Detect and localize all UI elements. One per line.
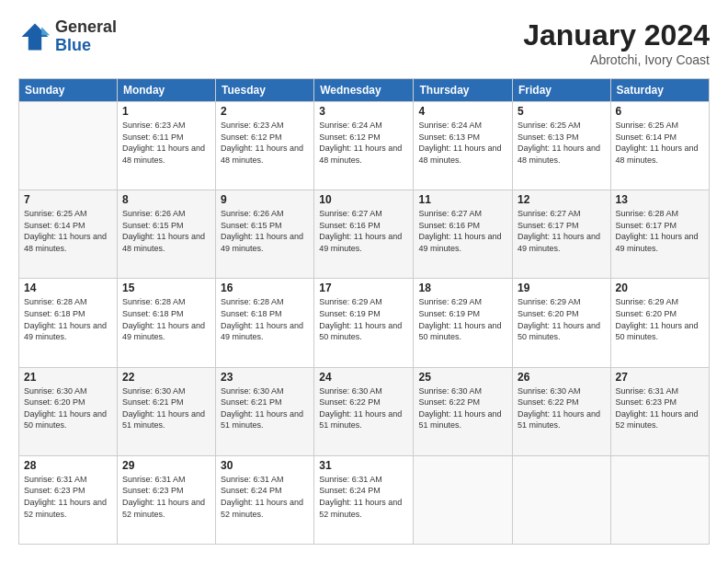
calendar-cell: 18Sunrise: 6:29 AMSunset: 6:19 PMDayligh… [414, 279, 513, 367]
logo-general-label: General [55, 18, 117, 37]
day-info: Sunrise: 6:29 AMSunset: 6:20 PMDaylight:… [518, 296, 606, 342]
subtitle: Abrotchi, Ivory Coast [523, 52, 710, 67]
col-header-tuesday: Tuesday [216, 79, 314, 102]
day-info: Sunrise: 6:30 AMSunset: 6:21 PMDaylight:… [221, 385, 309, 431]
day-info: Sunrise: 6:28 AMSunset: 6:18 PMDaylight:… [122, 296, 210, 342]
col-header-saturday: Saturday [610, 79, 709, 102]
calendar-cell: 7Sunrise: 6:25 AMSunset: 6:14 PMDaylight… [19, 190, 118, 279]
day-number: 6 [616, 105, 704, 118]
calendar-cell: 15Sunrise: 6:28 AMSunset: 6:18 PMDayligh… [117, 279, 215, 367]
calendar-cell: 17Sunrise: 6:29 AMSunset: 6:19 PMDayligh… [314, 279, 414, 367]
day-number: 29 [122, 459, 210, 472]
day-info: Sunrise: 6:30 AMSunset: 6:20 PMDaylight:… [24, 385, 112, 431]
day-number: 1 [122, 105, 210, 118]
col-header-monday: Monday [117, 79, 215, 102]
calendar-cell: 12Sunrise: 6:27 AMSunset: 6:17 PMDayligh… [513, 190, 611, 279]
day-info: Sunrise: 6:26 AMSunset: 6:15 PMDaylight:… [122, 208, 210, 254]
calendar-cell [513, 455, 611, 544]
svg-marker-1 [41, 27, 50, 35]
day-info: Sunrise: 6:27 AMSunset: 6:16 PMDaylight:… [418, 208, 507, 254]
day-info: Sunrise: 6:27 AMSunset: 6:16 PMDaylight:… [319, 208, 408, 254]
calendar-cell: 19Sunrise: 6:29 AMSunset: 6:20 PMDayligh… [513, 279, 611, 367]
calendar-cell: 14Sunrise: 6:28 AMSunset: 6:18 PMDayligh… [19, 279, 118, 367]
day-info: Sunrise: 6:25 AMSunset: 6:14 PMDaylight:… [616, 120, 704, 166]
day-number: 15 [122, 282, 210, 294]
calendar-cell: 27Sunrise: 6:31 AMSunset: 6:23 PMDayligh… [610, 367, 709, 455]
calendar-cell: 9Sunrise: 6:26 AMSunset: 6:15 PMDaylight… [216, 190, 314, 279]
calendar-header-row: SundayMondayTuesdayWednesdayThursdayFrid… [19, 79, 710, 102]
day-info: Sunrise: 6:29 AMSunset: 6:19 PMDaylight:… [418, 296, 507, 342]
calendar-cell: 31Sunrise: 6:31 AMSunset: 6:24 PMDayligh… [314, 455, 414, 544]
calendar-cell: 10Sunrise: 6:27 AMSunset: 6:16 PMDayligh… [314, 190, 414, 279]
day-number: 4 [418, 105, 507, 118]
day-number: 12 [518, 193, 606, 206]
calendar-cell: 8Sunrise: 6:26 AMSunset: 6:15 PMDaylight… [117, 190, 215, 279]
logo-text: General Blue [55, 18, 117, 55]
logo: General Blue [18, 18, 117, 55]
day-info: Sunrise: 6:28 AMSunset: 6:18 PMDaylight:… [221, 296, 309, 342]
day-number: 23 [221, 371, 309, 384]
day-number: 27 [616, 371, 704, 384]
col-header-friday: Friday [513, 79, 611, 102]
main-title: January 2024 [523, 18, 710, 52]
calendar-cell: 30Sunrise: 6:31 AMSunset: 6:24 PMDayligh… [216, 455, 314, 544]
svg-marker-0 [22, 23, 49, 50]
col-header-wednesday: Wednesday [314, 79, 414, 102]
logo-icon [18, 20, 51, 53]
day-number: 11 [418, 193, 507, 206]
calendar-cell: 23Sunrise: 6:30 AMSunset: 6:21 PMDayligh… [216, 367, 314, 455]
day-info: Sunrise: 6:24 AMSunset: 6:12 PMDaylight:… [319, 120, 408, 166]
calendar-cell: 1Sunrise: 6:23 AMSunset: 6:11 PMDaylight… [117, 102, 215, 190]
calendar-row-3: 21Sunrise: 6:30 AMSunset: 6:20 PMDayligh… [19, 367, 710, 455]
calendar-row-4: 28Sunrise: 6:31 AMSunset: 6:23 PMDayligh… [19, 455, 710, 544]
header: General Blue January 2024 Abrotchi, Ivor… [18, 18, 710, 67]
day-number: 25 [418, 371, 507, 384]
day-info: Sunrise: 6:26 AMSunset: 6:15 PMDaylight:… [221, 208, 309, 254]
day-info: Sunrise: 6:27 AMSunset: 6:17 PMDaylight:… [518, 208, 606, 254]
day-info: Sunrise: 6:31 AMSunset: 6:24 PMDaylight:… [221, 474, 309, 520]
calendar-cell: 5Sunrise: 6:25 AMSunset: 6:13 PMDaylight… [513, 102, 611, 190]
day-number: 9 [221, 193, 309, 206]
day-info: Sunrise: 6:23 AMSunset: 6:12 PMDaylight:… [221, 120, 309, 166]
day-number: 16 [221, 282, 309, 294]
calendar-cell: 6Sunrise: 6:25 AMSunset: 6:14 PMDaylight… [610, 102, 709, 190]
day-number: 26 [518, 371, 606, 384]
calendar-cell: 21Sunrise: 6:30 AMSunset: 6:20 PMDayligh… [19, 367, 118, 455]
day-info: Sunrise: 6:31 AMSunset: 6:24 PMDaylight:… [319, 474, 408, 520]
title-block: January 2024 Abrotchi, Ivory Coast [523, 18, 710, 67]
day-number: 19 [518, 282, 606, 294]
day-number: 7 [24, 193, 112, 206]
day-info: Sunrise: 6:25 AMSunset: 6:13 PMDaylight:… [518, 120, 606, 166]
calendar-cell: 16Sunrise: 6:28 AMSunset: 6:18 PMDayligh… [216, 279, 314, 367]
day-number: 30 [221, 459, 309, 472]
calendar-cell: 29Sunrise: 6:31 AMSunset: 6:23 PMDayligh… [117, 455, 215, 544]
calendar-cell [19, 102, 118, 190]
logo-blue-label: Blue [55, 37, 117, 55]
calendar-cell: 28Sunrise: 6:31 AMSunset: 6:23 PMDayligh… [19, 455, 118, 544]
day-info: Sunrise: 6:28 AMSunset: 6:17 PMDaylight:… [616, 208, 704, 254]
day-info: Sunrise: 6:25 AMSunset: 6:14 PMDaylight:… [24, 208, 112, 254]
day-number: 17 [319, 282, 408, 294]
day-info: Sunrise: 6:31 AMSunset: 6:23 PMDaylight:… [24, 474, 112, 520]
day-info: Sunrise: 6:28 AMSunset: 6:18 PMDaylight:… [24, 296, 112, 342]
calendar-cell: 26Sunrise: 6:30 AMSunset: 6:22 PMDayligh… [513, 367, 611, 455]
day-info: Sunrise: 6:30 AMSunset: 6:22 PMDaylight:… [418, 385, 507, 431]
day-number: 20 [616, 282, 704, 294]
calendar-cell: 24Sunrise: 6:30 AMSunset: 6:22 PMDayligh… [314, 367, 414, 455]
day-info: Sunrise: 6:31 AMSunset: 6:23 PMDaylight:… [616, 385, 704, 431]
day-info: Sunrise: 6:30 AMSunset: 6:21 PMDaylight:… [122, 385, 210, 431]
day-number: 22 [122, 371, 210, 384]
calendar-cell: 2Sunrise: 6:23 AMSunset: 6:12 PMDaylight… [216, 102, 314, 190]
day-number: 5 [518, 105, 606, 118]
calendar-cell: 20Sunrise: 6:29 AMSunset: 6:20 PMDayligh… [610, 279, 709, 367]
day-number: 31 [319, 459, 408, 472]
day-number: 24 [319, 371, 408, 384]
calendar-table: SundayMondayTuesdayWednesdayThursdayFrid… [18, 78, 710, 545]
page: General Blue January 2024 Abrotchi, Ivor… [0, 0, 728, 563]
day-info: Sunrise: 6:29 AMSunset: 6:20 PMDaylight:… [616, 296, 704, 342]
day-info: Sunrise: 6:24 AMSunset: 6:13 PMDaylight:… [418, 120, 507, 166]
day-number: 14 [24, 282, 112, 294]
day-number: 3 [319, 105, 408, 118]
day-number: 8 [122, 193, 210, 206]
day-number: 2 [221, 105, 309, 118]
